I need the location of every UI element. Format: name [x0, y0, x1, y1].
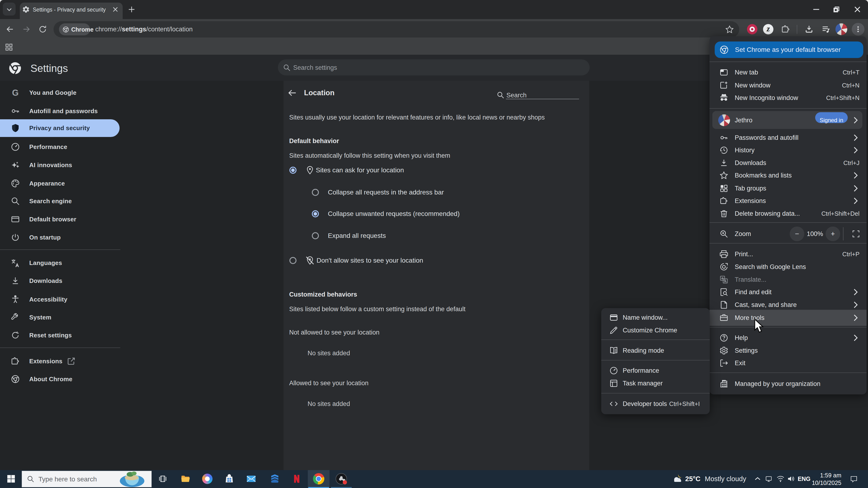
svg-text:G: G — [12, 88, 19, 97]
